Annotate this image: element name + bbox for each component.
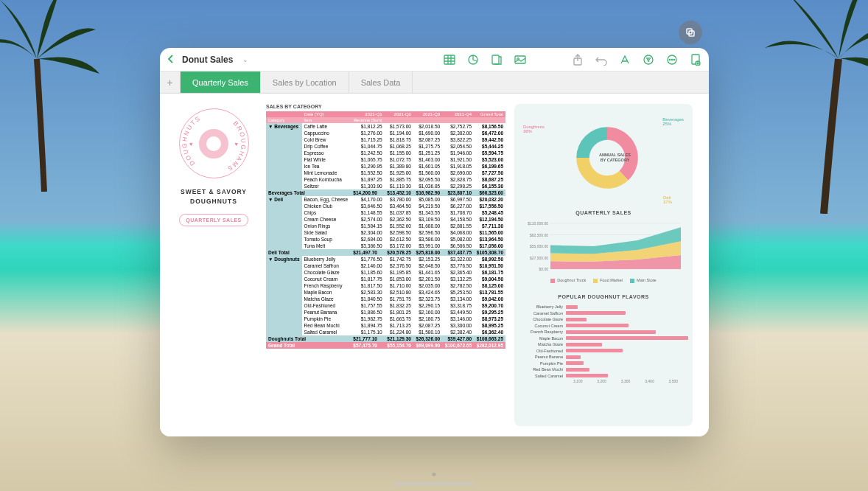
home-indicator <box>393 482 475 485</box>
area-chart[interactable]: $0.00$27,500.00$55,000.00$82,500.00$110,… <box>522 220 685 290</box>
pie-center-label: ANNUAL SALES BY CATEGORY <box>596 153 634 163</box>
page-dot <box>433 473 436 476</box>
svg-text:$55,000.00: $55,000.00 <box>530 244 548 248</box>
sheet-tabs: + Quarterly Sales Sales by Location Sale… <box>160 72 709 94</box>
svg-text:♥: ♥ <box>234 141 238 147</box>
svg-rect-8 <box>492 55 499 64</box>
brand-tagline: SWEET & SAVORYDOUGHNUTS <box>181 187 247 206</box>
brand-card: BROUGHAMS DOUGHNUTS ♥♥ SWEET & SAVORYDOU… <box>170 104 257 426</box>
charts-panel: ANNUAL SALES BY CATEGORY Doughnuts38% Be… <box>514 104 693 426</box>
titlebar: Donut Sales ⌄ <box>160 48 709 72</box>
svg-text:$0.00: $0.00 <box>539 267 548 271</box>
brand-cta-button[interactable]: QUARTERLY SALES <box>179 214 248 226</box>
area-title: QUARTERLY SALES <box>522 210 685 215</box>
table-icon[interactable] <box>444 54 455 66</box>
bar-title: POPULAR DOUGHNUT FLAVORS <box>522 294 685 299</box>
svg-point-21 <box>696 61 700 66</box>
pie-label-deli: Deli37% <box>663 195 672 204</box>
numbers-app-window: Donut Sales ⌄ + Quarterly Sales Sales by… <box>160 48 709 436</box>
svg-point-17 <box>669 59 670 60</box>
svg-rect-2 <box>444 55 455 64</box>
flavor-bar-chart[interactable]: Blueberry JellyCaramel SaffronChocolate … <box>522 304 685 411</box>
document-title[interactable]: Donut Sales <box>182 55 233 65</box>
window-corner-button[interactable] <box>679 21 702 44</box>
category-table[interactable]: SALES BY CATEGORY Date (YQ)2021-Q12021-Q… <box>266 104 505 426</box>
back-button[interactable] <box>167 54 175 66</box>
tab-sales-data[interactable]: Sales Data <box>349 72 413 93</box>
table-title: SALES BY CATEGORY <box>266 104 505 109</box>
media-icon[interactable] <box>514 54 526 66</box>
document-settings-icon[interactable] <box>690 54 701 66</box>
tab-sales-by-location[interactable]: Sales by Location <box>261 72 349 93</box>
logo-icon: BROUGHAMS DOUGHNUTS ♥♥ <box>179 108 249 178</box>
text-icon[interactable] <box>491 54 503 66</box>
pie-chart[interactable]: ANNUAL SALES BY CATEGORY Doughnuts38% Be… <box>522 110 685 206</box>
share-icon[interactable] <box>572 54 584 66</box>
pie-label-beverages: Beverages25% <box>662 117 684 126</box>
palm-tree-right <box>750 0 868 214</box>
filter-icon[interactable] <box>643 54 654 66</box>
palm-tree-left <box>0 0 111 192</box>
add-sheet-button[interactable]: + <box>160 72 181 93</box>
area-legend: Doughnut Truck Food Market Main Store <box>522 278 685 283</box>
format-icon[interactable] <box>619 54 631 66</box>
more-icon[interactable] <box>666 54 678 66</box>
sheet-canvas[interactable]: BROUGHAMS DOUGHNUTS ♥♥ SWEET & SAVORYDOU… <box>160 94 709 436</box>
chart-icon[interactable] <box>467 54 479 66</box>
pie-label-doughnuts: Doughnuts38% <box>523 125 545 133</box>
svg-text:♥: ♥ <box>189 141 193 147</box>
tab-quarterly-sales[interactable]: Quarterly Sales <box>181 72 261 93</box>
svg-text:$110,000.00: $110,000.00 <box>528 221 548 226</box>
title-chevron-icon[interactable]: ⌄ <box>242 56 248 63</box>
svg-text:$27,500.00: $27,500.00 <box>530 256 548 260</box>
svg-text:$82,500.00: $82,500.00 <box>530 233 548 237</box>
undo-icon[interactable] <box>595 54 607 66</box>
svg-point-19 <box>673 59 674 60</box>
svg-point-18 <box>671 59 672 60</box>
